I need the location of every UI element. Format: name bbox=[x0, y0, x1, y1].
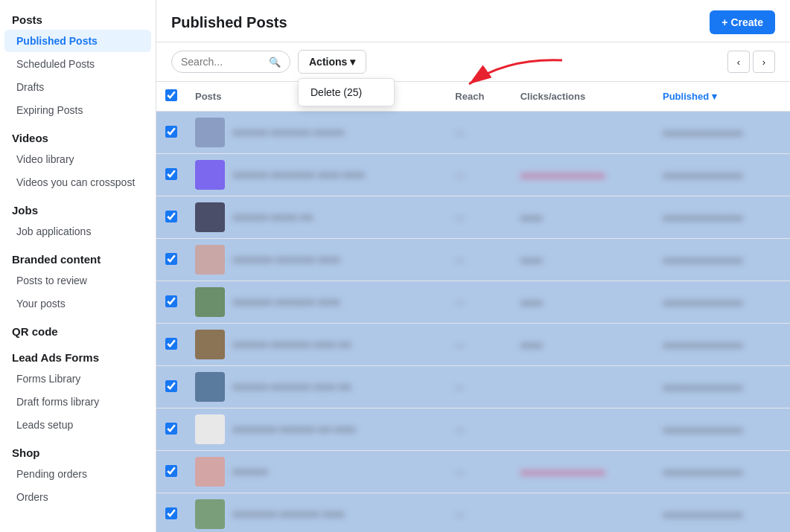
reach-cell: — bbox=[446, 366, 511, 408]
published-cell: xxxxxxxxxxxxxxxxxx bbox=[654, 154, 790, 196]
post-text: xxxxxxxx xxxxxx xxx bbox=[232, 212, 313, 222]
sidebar-section-header-0: Posts bbox=[0, 7, 156, 29]
published-cell: xxxxxxxxxxxxxxxxxx bbox=[654, 451, 790, 493]
published-cell: xxxxxxxxxxxxxxxxxx bbox=[654, 281, 790, 324]
sidebar-section-header-4: QR code bbox=[0, 319, 156, 341]
clicks-cell bbox=[512, 112, 654, 154]
sidebar-section-1: VideosVideo libraryVideos you can crossp… bbox=[0, 126, 156, 193]
select-all-checkbox[interactable] bbox=[165, 89, 177, 101]
post-text: xxxxxxxx xxxxxxxxx xxxxx xxx bbox=[232, 339, 351, 350]
post-thumbnail bbox=[195, 118, 225, 147]
post-thumbnail bbox=[195, 499, 225, 529]
sidebar-item-scheduled-posts[interactable]: Scheduled Posts bbox=[4, 53, 151, 75]
table-row: xxxxxxxxxx xxxxxxxx xxx xxxxx—xxxxxxxxxx… bbox=[156, 408, 790, 451]
row-checkbox-cell bbox=[156, 493, 186, 533]
post-thumbnail bbox=[195, 330, 225, 359]
reach-cell: — bbox=[446, 281, 511, 324]
table-wrapper: Posts Reach Clicks/actions Published ▾ x… bbox=[156, 82, 790, 532]
sidebar-item-pending-orders[interactable]: Pending orders bbox=[4, 463, 151, 485]
search-input[interactable] bbox=[181, 56, 266, 68]
sidebar-section-2: JobsJob applications bbox=[0, 198, 156, 243]
prev-page-button[interactable]: ‹ bbox=[727, 51, 750, 73]
reach-cell: — bbox=[446, 324, 511, 366]
table-row: xxxxxxxx—xxxxxxxxxxxxxxxxxxxxxxxxxxxxxxx… bbox=[156, 451, 790, 493]
post-thumbnail bbox=[195, 457, 225, 487]
column-published[interactable]: Published ▾ bbox=[654, 82, 790, 112]
post-cell: xxxxxxxxx xxxxxxxxx xxxxx bbox=[186, 239, 446, 281]
table-body: xxxxxxxx xxxxxxxxx xxxxxxx—xxxxxxxxxxxxx… bbox=[156, 112, 790, 533]
reach-cell: — bbox=[446, 112, 511, 154]
clicks-cell bbox=[512, 493, 654, 533]
sidebar-item-expiring-posts[interactable]: Expiring Posts bbox=[4, 99, 151, 121]
sidebar-item-videos-crosspost[interactable]: Videos you can crosspost bbox=[4, 171, 151, 193]
post-thumbnail bbox=[195, 160, 225, 190]
row-checkbox[interactable] bbox=[165, 253, 177, 265]
table-row: xxxxxxxx xxxxxx xxx—xxxxxxxxxxxxxxxxxxxx… bbox=[156, 196, 790, 239]
page-title: Published Posts bbox=[171, 14, 287, 31]
sidebar-section-3: Branded contentPosts to reviewYour posts bbox=[0, 247, 156, 315]
sidebar-section-5: Lead Ads FormsForms LibraryDraft forms l… bbox=[0, 345, 156, 436]
select-all-header bbox=[156, 82, 186, 112]
row-checkbox[interactable] bbox=[165, 168, 177, 180]
published-cell: xxxxxxxxxxxxxxxxxx bbox=[654, 324, 790, 366]
row-checkbox-cell bbox=[156, 112, 186, 154]
post-cell: xxxxxxxx xxxxxx xxx bbox=[186, 196, 446, 239]
row-checkbox[interactable] bbox=[165, 126, 177, 138]
published-cell: xxxxxxxxxxxxxxxxxx bbox=[654, 493, 790, 533]
sidebar-section-header-3: Branded content bbox=[0, 247, 156, 269]
sidebar-item-draft-forms-library[interactable]: Draft forms library bbox=[4, 391, 151, 413]
post-cell: xxxxxxxxxx xxxxxxxx xxx xxxxx bbox=[186, 408, 446, 451]
reach-cell: — bbox=[446, 451, 511, 493]
sidebar-item-forms-library[interactable]: Forms Library bbox=[4, 368, 151, 390]
sidebar-section-header-5: Lead Ads Forms bbox=[0, 345, 156, 367]
post-cell: xxxxxxxx bbox=[186, 451, 446, 493]
row-checkbox-cell bbox=[156, 154, 186, 196]
reach-cell: — bbox=[446, 239, 511, 281]
sidebar-item-job-applications[interactable]: Job applications bbox=[4, 220, 151, 243]
row-checkbox[interactable] bbox=[165, 295, 177, 307]
sidebar-item-your-posts[interactable]: Your posts bbox=[4, 292, 151, 315]
post-text: xxxxxxxxxx xxxxxxxx xxx xxxxx bbox=[232, 424, 356, 435]
sidebar-item-drafts[interactable]: Drafts bbox=[4, 76, 151, 98]
row-checkbox[interactable] bbox=[165, 211, 177, 222]
sidebar-section-4: QR code bbox=[0, 319, 156, 341]
next-page-button[interactable]: › bbox=[753, 51, 775, 73]
post-cell: xxxxxxxx xxxxxxxxx xxxxx xxx bbox=[186, 324, 446, 366]
clicks-cell: xxxxx bbox=[512, 281, 654, 324]
post-thumbnail bbox=[195, 287, 225, 317]
published-cell: xxxxxxxxxxxxxxxxxx bbox=[654, 239, 790, 281]
row-checkbox[interactable] bbox=[165, 380, 177, 392]
sidebar-section-0: PostsPublished PostsScheduled PostsDraft… bbox=[0, 7, 156, 121]
published-cell: xxxxxxxxxxxxxxxxxx bbox=[654, 366, 790, 408]
sidebar-item-video-library[interactable]: Video library bbox=[4, 148, 151, 170]
create-button[interactable]: + Create bbox=[710, 10, 775, 34]
clicks-cell: xxxxxxxxxxxxxxxxxxx bbox=[512, 451, 654, 493]
row-checkbox[interactable] bbox=[165, 465, 177, 477]
row-checkbox-cell bbox=[156, 239, 186, 281]
delete-action[interactable]: Delete (25) bbox=[299, 79, 394, 106]
row-checkbox[interactable] bbox=[165, 338, 177, 350]
post-cell: xxxxxxxx xxxxxxxxxx xxxxx xxxxx bbox=[186, 154, 446, 196]
clicks-cell: xxxxx bbox=[512, 239, 654, 281]
table-row: xxxxxxxx xxxxxxxxxx xxxxx xxxxx—xxxxxxxx… bbox=[156, 154, 790, 196]
sidebar-item-published-posts[interactable]: Published Posts bbox=[4, 30, 151, 52]
clicks-cell: xxxxx bbox=[512, 324, 654, 366]
post-text: xxxxxxxxx xxxxxxxxx xxxxx bbox=[232, 254, 340, 265]
reach-cell: — bbox=[446, 408, 511, 451]
table-row: xxxxxxxxx xxxxxxxxx xxxxx—xxxxxxxxxxxxxx… bbox=[156, 239, 790, 281]
post-cell: xxxxxxxxxx xxxxxxxxx xxxxx bbox=[186, 493, 446, 533]
sidebar-item-posts-to-review[interactable]: Posts to review bbox=[4, 269, 151, 292]
reach-cell: — bbox=[446, 154, 511, 196]
actions-dropdown-container: Actions ▾ Delete (25) bbox=[298, 50, 366, 74]
row-checkbox[interactable] bbox=[165, 423, 177, 435]
sidebar-item-orders[interactable]: Orders bbox=[4, 486, 151, 508]
table-header: Posts Reach Clicks/actions Published ▾ bbox=[156, 82, 790, 112]
sidebar-section-header-2: Jobs bbox=[0, 198, 156, 219]
column-clicks: Clicks/actions bbox=[512, 82, 654, 112]
clicks-cell bbox=[512, 408, 654, 451]
row-checkbox[interactable] bbox=[165, 507, 177, 519]
post-cell: xxxxxxxxx xxxxxxxxx xxxxx bbox=[186, 281, 446, 324]
actions-button[interactable]: Actions ▾ bbox=[298, 50, 366, 74]
post-thumbnail bbox=[195, 372, 225, 402]
sidebar-item-leads-setup[interactable]: Leads setup bbox=[4, 414, 151, 436]
